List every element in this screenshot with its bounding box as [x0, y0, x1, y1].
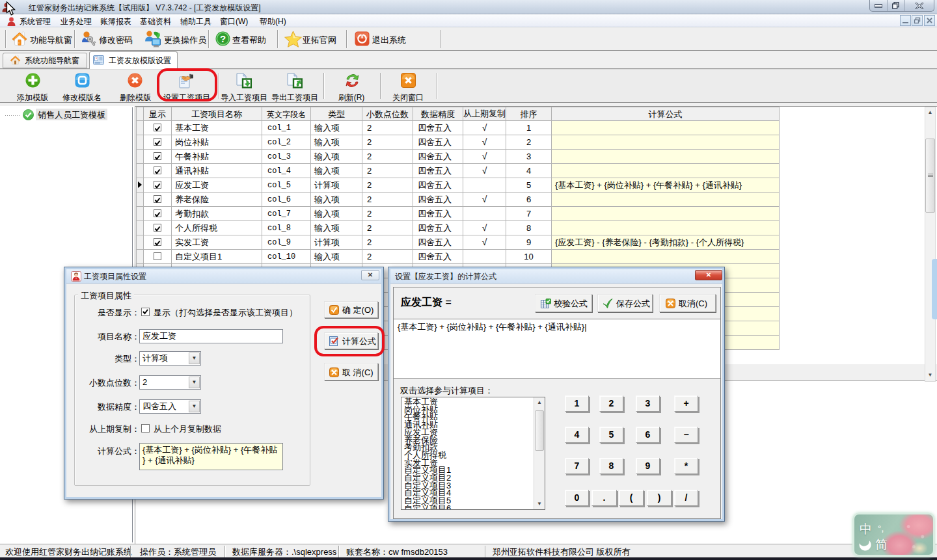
svg-text:?: ? — [220, 33, 226, 44]
